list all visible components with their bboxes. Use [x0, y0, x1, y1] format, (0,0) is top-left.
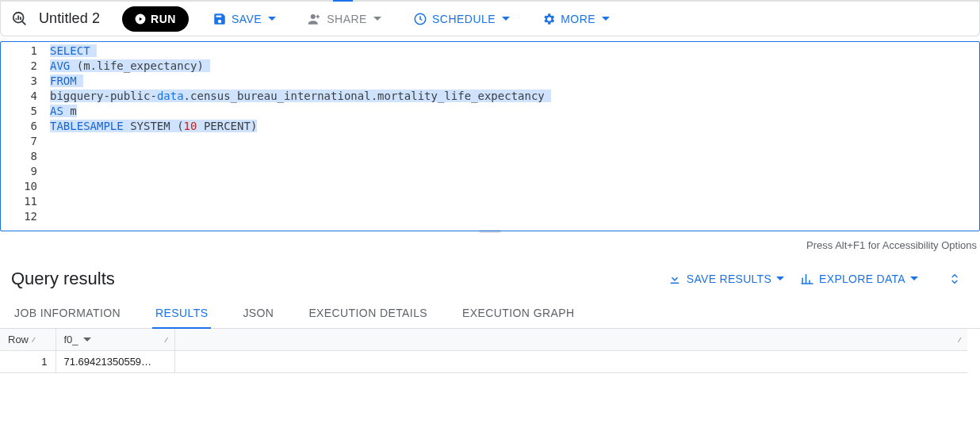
- share-button[interactable]: SHARE: [300, 6, 389, 32]
- cell-spacer: [174, 351, 967, 373]
- collapse-results-button[interactable]: [940, 265, 969, 293]
- save-button[interactable]: SAVE: [205, 6, 284, 32]
- expand-collapse-icon: [948, 273, 961, 285]
- download-icon: [668, 272, 682, 286]
- panel-resize-handle[interactable]: [0, 231, 980, 238]
- chart-icon: [800, 272, 814, 286]
- col-header-row-label: Row: [8, 334, 29, 345]
- results-tab-json[interactable]: JSON: [239, 299, 277, 329]
- svg-point-7: [311, 14, 316, 19]
- col-header-f0-label: f0_: [64, 334, 78, 345]
- results-tab-execution-graph[interactable]: EXECUTION GRAPH: [459, 299, 577, 329]
- schedule-icon: [413, 12, 427, 26]
- col-header-spacer: ⁄⁄: [174, 329, 967, 351]
- explore-data-button[interactable]: EXPLORE DATA: [792, 265, 926, 293]
- sort-icon[interactable]: [83, 336, 91, 344]
- accessibility-hint: Press Alt+F1 for Accessibility Options: [0, 239, 980, 255]
- schedule-button[interactable]: SCHEDULE: [405, 6, 518, 32]
- col-header-f0[interactable]: f0_ ⁄⁄: [56, 329, 174, 351]
- results-tab-bar: JOB INFORMATIONRESULTSJSONEXECUTION DETA…: [0, 298, 980, 329]
- chevron-down-icon: [502, 15, 510, 23]
- table-row[interactable]: 171.69421350559…: [0, 351, 967, 373]
- editor-gutter: 123456789101112: [1, 44, 48, 229]
- svg-line-1: [22, 21, 26, 25]
- chevron-down-icon: [602, 15, 610, 23]
- explore-data-label: EXPLORE DATA: [819, 273, 905, 285]
- share-icon: [308, 12, 322, 26]
- sql-editor[interactable]: 123456789101112 SELECT AVG (m.life_expec…: [0, 41, 980, 231]
- chevron-down-icon: [268, 15, 276, 23]
- results-tab-job-information[interactable]: JOB INFORMATION: [11, 299, 124, 329]
- gear-icon: [542, 12, 556, 26]
- run-button[interactable]: RUN: [122, 6, 189, 32]
- more-button-label: MORE: [561, 13, 595, 25]
- cell-row-index: 1: [0, 351, 56, 373]
- save-results-label: SAVE RESULTS: [687, 273, 771, 285]
- run-button-label: RUN: [151, 13, 176, 25]
- cell-f0: 71.69421350559…: [56, 351, 174, 373]
- query-tab-icon: [10, 10, 29, 29]
- editor-toolbar: Untitled 2 RUN SAVE SHARE SCHEDULE: [0, 2, 980, 36]
- save-icon: [212, 12, 227, 26]
- results-tab-execution-details[interactable]: EXECUTION DETAILS: [305, 299, 431, 329]
- chevron-down-icon: [910, 275, 918, 283]
- more-button[interactable]: MORE: [534, 6, 618, 32]
- save-button-label: SAVE: [232, 13, 262, 25]
- editor-code-area[interactable]: SELECT AVG (m.life_expectancy) FROM bigq…: [48, 44, 979, 229]
- tab-title: Untitled 2: [39, 10, 100, 27]
- schedule-button-label: SCHEDULE: [432, 13, 496, 25]
- col-header-row[interactable]: Row⁄⁄: [0, 329, 56, 351]
- play-icon: [135, 13, 146, 25]
- chevron-down-icon: [373, 15, 381, 23]
- results-title: Query results: [11, 269, 115, 289]
- results-grid: Row⁄⁄ f0_ ⁄⁄ ⁄⁄ 171.69421350559…: [0, 329, 967, 373]
- results-tab-results[interactable]: RESULTS: [152, 299, 211, 329]
- share-button-label: SHARE: [327, 13, 367, 25]
- results-header: Query results SAVE RESULTS EXPLORE DATA: [0, 255, 980, 298]
- save-results-button[interactable]: SAVE RESULTS: [660, 265, 792, 293]
- chevron-down-icon: [776, 275, 784, 283]
